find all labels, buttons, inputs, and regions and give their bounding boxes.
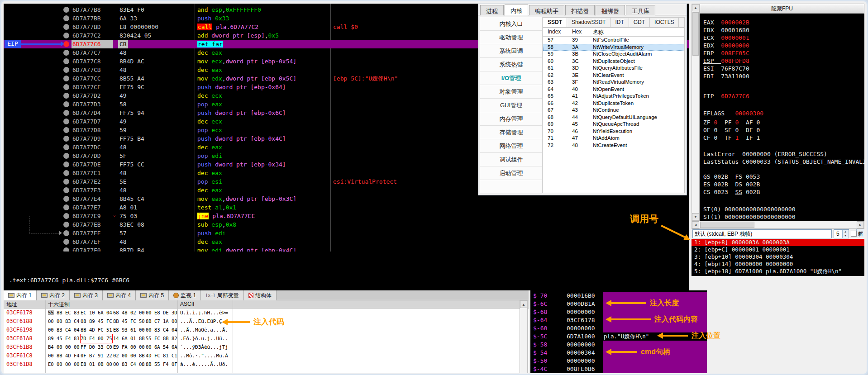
register-ebx[interactable]: EBX 000016B0	[703, 27, 749, 34]
sidebar-item-系统回调[interactable]: 系统回调	[480, 44, 542, 58]
scroll-down-icon[interactable]: ▼	[692, 213, 699, 220]
subtab-ShadowSSDT[interactable]: ShadowSSDT	[567, 18, 610, 27]
dump-scrollbar[interactable]: ▲	[520, 300, 528, 373]
breakpoint-dot[interactable]	[63, 58, 69, 64]
ssdt-row[interactable]: 6440NtOpenEvent	[543, 86, 684, 93]
arg-count-stepper[interactable]: 5 ▲▼	[834, 229, 849, 238]
breakpoint-dot[interactable]	[63, 204, 69, 210]
segment-row[interactable]: CS 0023 SS 002B	[703, 189, 760, 196]
col-hex[interactable]: Hex	[572, 28, 582, 35]
breakpoint-dot[interactable]	[63, 50, 69, 56]
breakpoint-dot[interactable]	[63, 222, 69, 228]
breakpoint-dot[interactable]	[63, 110, 69, 116]
stack-row[interactable]: $-6C0000DB1A	[530, 300, 707, 308]
call-argument-row[interactable]: 1: [ebp+8] 0000003A 0000003A	[692, 239, 864, 246]
register-ebp[interactable]: EBP 008FE05C	[703, 50, 749, 57]
breakpoint-dot[interactable]	[63, 230, 69, 236]
sidebar-item-存储管理[interactable]: 存储管理	[480, 126, 542, 139]
sidebar-item-系统热键[interactable]: 系统热键	[480, 58, 542, 71]
scrollbar-thumb[interactable]	[692, 12, 699, 56]
stack-row[interactable]: $-5800000000	[530, 341, 707, 349]
breakpoint-dot[interactable]	[63, 93, 69, 99]
tool-tab-工具库[interactable]: 工具库	[626, 5, 655, 15]
dump-row[interactable]: 03CF61A889 45 F4 837D F4 00 7514 6A 01 8…	[4, 334, 519, 343]
dump-row[interactable]: 03CF61B8B4 00 00 00FF D0 33 C0E9 FA 00 0…	[4, 343, 519, 351]
tool-tab-捆绑器[interactable]: 捆绑器	[596, 5, 625, 15]
breakpoint-dot[interactable]	[63, 144, 69, 150]
register-esp[interactable]: ESP 008FDFD8	[703, 57, 749, 65]
dump-tab-内存 1[interactable]: 内存 1	[4, 290, 37, 300]
dump-tab-结构体[interactable]: 结构体	[244, 290, 277, 300]
ssdt-row[interactable]: 5739NtFsControlFile	[543, 37, 684, 44]
disasm-row[interactable]: 6D7A77EE57push edi	[4, 229, 689, 237]
scroll-right-icon[interactable]: ►	[857, 221, 864, 228]
breakpoint-dot[interactable]	[63, 33, 69, 38]
breakpoint-dot[interactable]	[63, 153, 69, 159]
register-edi[interactable]: EDI 73A11000	[703, 73, 749, 80]
ssdt-row[interactable]: 613DNtQueryAttributesFile	[543, 65, 684, 72]
scroll-up-icon[interactable]: ▲	[692, 4, 699, 11]
breakpoint-dot[interactable]	[63, 67, 69, 73]
breakpoint-dot[interactable]	[63, 101, 69, 107]
dump-row[interactable]: 03CF617855 8B EC 83EC 10 6A 0468 48 02 0…	[4, 309, 519, 317]
breakpoint-dot[interactable]	[63, 127, 69, 133]
subtab-GDT[interactable]: GDT	[629, 18, 650, 27]
stepper-arrows-icon[interactable]: ▲▼	[842, 230, 848, 238]
last-status[interactable]: LastStatus C0000033 (STATUS_OBJECT_NAME_…	[703, 158, 864, 166]
register-ecx[interactable]: ECX 00000001	[703, 34, 749, 42]
disasm-row[interactable]: 6D7A77E7A8 01test al,0x1	[4, 203, 689, 212]
ssdt-row[interactable]: 6945NtQueueApcThread	[543, 121, 684, 128]
register-list[interactable]: EAX 0000002BEBX 000016B0ECX 00000001EDX …	[700, 14, 864, 221]
breakpoint-dot[interactable]	[63, 170, 69, 176]
stack-row[interactable]: $-4C008FE0B6	[530, 365, 707, 373]
hide-fpu-button[interactable]: 隐藏FPU	[700, 4, 864, 14]
sidebar-item-对象管理[interactable]: 对象管理	[480, 85, 542, 99]
stack-row[interactable]: $-70000016B0	[530, 292, 707, 300]
call-argument-row[interactable]: 3: [ebp+10] 00000304 00000304	[692, 253, 864, 261]
disasm-row[interactable]: 6D7A77E48B45 C4mov eax,dword ptr [ebp-0x…	[4, 195, 689, 203]
scrollbar-thumb[interactable]	[700, 222, 754, 228]
st-register[interactable]: ST(0) 00000000000000000000	[703, 206, 796, 213]
call-argument-row[interactable]: 2: [ebp+C] 00000001 00000001	[692, 246, 864, 253]
flag-row[interactable]: CF 0 TF 1 IF 1	[703, 134, 760, 142]
col-name[interactable]: 名称	[593, 28, 604, 36]
breakpoint-dot[interactable]	[63, 24, 69, 30]
flag-row[interactable]: ZF 0 PF 0 AF 0	[703, 119, 760, 126]
register-scrollbar[interactable]: ▲ ▼	[692, 4, 700, 221]
ssdt-row[interactable]: 7248NtCreateEvent	[543, 142, 684, 149]
dump-tab-内存 2[interactable]: 内存 2	[37, 290, 70, 300]
ssdt-row[interactable]: 6844NtQueryDefaultUILanguage	[543, 114, 684, 121]
last-error[interactable]: LastError 00000000 (ERROR_SUCCESS)	[703, 151, 827, 158]
stack-row[interactable]: pla."U嫂佟H\n"$-5C6D7A1000	[530, 332, 707, 341]
call-arguments-list[interactable]: 1: [ebp+8] 0000003A 0000003A2: [ebp+C] 0…	[692, 239, 864, 276]
ssdt-row[interactable]: 633FNtReadVirtualMemory	[543, 79, 684, 86]
ssdt-row[interactable]: 6642NtDuplicateToken	[543, 100, 684, 107]
dump-row[interactable]: 03CF61D8E0 00 00 00E8 01 0B 0000 83 C4 0…	[4, 360, 519, 369]
ssdt-row[interactable]: 583ANtWriteVirtualMemory	[543, 44, 684, 51]
register-esi[interactable]: ESI 76F87C70	[703, 65, 749, 72]
ssdt-row[interactable]: 6541NtAdjustPrivilegesToken	[543, 93, 684, 100]
subtab-IOCTLS[interactable]: IOCTLS	[650, 18, 679, 27]
sidebar-item-网络管理[interactable]: 网络管理	[480, 139, 542, 153]
disasm-row[interactable]: 6D7A77E9˅75 03jne pla.6D7A77EE	[4, 212, 689, 220]
ssdt-row[interactable]: 593BNtCloseObjectAuditAlarm	[543, 51, 684, 58]
register-eflags[interactable]: EFLAGS 00000300	[703, 110, 763, 117]
register-hscrollbar[interactable]: ◄ ►	[692, 221, 864, 229]
tool-tab-编程助手[interactable]: 编程助手	[529, 5, 564, 15]
sidebar-item-内核入口[interactable]: 内核入口	[480, 17, 542, 31]
breakpoint-dot[interactable]	[63, 213, 69, 219]
breakpoint-dot[interactable]	[63, 179, 69, 185]
sidebar-item-启动管理[interactable]: 启动管理	[480, 166, 542, 180]
ssdt-row[interactable]: 7046NtYieldExecution	[543, 128, 684, 135]
breakpoint-dot[interactable]	[63, 247, 69, 252]
tool-tab-进程[interactable]: 进程	[480, 5, 504, 15]
register-edx[interactable]: EDX 00000000	[703, 42, 749, 49]
dump-row[interactable]: 03CF61C800 8B 4D F40F B7 91 2202 00 00 8…	[4, 351, 519, 360]
sidebar-item-GUI管理[interactable]: GUI管理	[480, 99, 542, 112]
breakpoint-dot[interactable]	[63, 76, 69, 81]
breakpoint-dot[interactable]	[63, 119, 69, 124]
subtab-SSDT[interactable]: SSDT	[543, 18, 567, 27]
breakpoint-dot[interactable]	[63, 239, 69, 245]
breakpoint-dot[interactable]	[63, 187, 69, 193]
scroll-left-icon[interactable]: ◄	[692, 221, 699, 228]
